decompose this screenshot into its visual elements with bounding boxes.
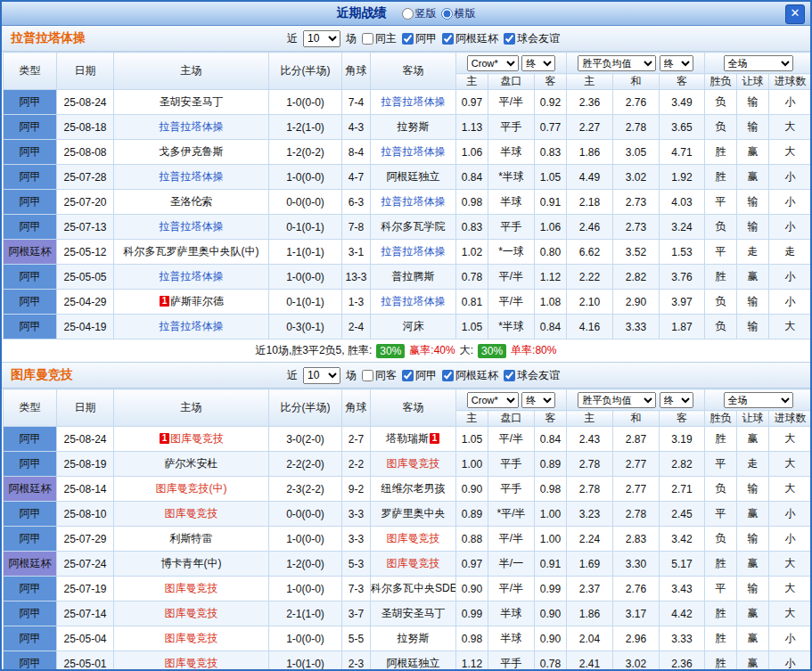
result-handicap-cell: 赢 bbox=[737, 626, 769, 651]
avg-draw-cell: 3.30 bbox=[613, 552, 660, 577]
league-cell: 阿甲 bbox=[4, 502, 57, 527]
odds-home-cell: 0.97 bbox=[456, 552, 488, 577]
same-venue-input[interactable] bbox=[362, 370, 373, 381]
home-team-name: 博卡青年(中) bbox=[161, 557, 222, 569]
league-filter-checkbox[interactable]: 阿甲 bbox=[402, 31, 437, 46]
home-team-name: 戈多伊克鲁斯 bbox=[160, 145, 224, 158]
avg-draw-cell: 3.02 bbox=[613, 165, 660, 190]
match-count-select[interactable]: 10 bbox=[303, 30, 340, 47]
league-filter-checkbox[interactable]: 阿根廷杯 bbox=[442, 368, 498, 383]
league-filter-input[interactable] bbox=[504, 370, 515, 381]
column-header: 日期 bbox=[57, 389, 114, 427]
result-handicap-cell: 输 bbox=[737, 215, 769, 240]
league-filter-input[interactable] bbox=[442, 370, 454, 381]
summary-record-text: 近10场,胜3平2负5, 胜率: bbox=[256, 343, 373, 358]
handicap-cell: 平/半 bbox=[488, 427, 535, 452]
result-handicap-cell: 走 bbox=[737, 240, 769, 265]
final-select[interactable]: 终 bbox=[521, 392, 555, 408]
avg-home-cell: 2.27 bbox=[567, 115, 613, 140]
corners-cell: 4-7 bbox=[342, 165, 371, 190]
same-venue-checkbox[interactable]: 同主 bbox=[362, 31, 397, 46]
horizontal-label: 横版 bbox=[455, 6, 476, 21]
away-team-name: 拉普拉塔体操 bbox=[381, 295, 446, 307]
filter-bar: 近10场同主阿甲阿根廷杯球会友谊 bbox=[287, 30, 560, 47]
horizontal-radio[interactable] bbox=[441, 8, 453, 20]
avg-odds-select[interactable]: 胜平负均值 bbox=[578, 55, 656, 71]
bookmaker-select[interactable]: Crow* bbox=[467, 55, 519, 71]
odds-home-cell: 0.97 bbox=[456, 90, 488, 115]
league-filter-checkbox[interactable]: 阿甲 bbox=[402, 368, 437, 383]
result-handicap-cell: 赢 bbox=[737, 502, 769, 527]
fullmatch-select[interactable]: 全场 bbox=[724, 55, 793, 71]
odds-home-cell: 0.90 bbox=[456, 477, 488, 502]
handicap-cell: 平/半 bbox=[488, 265, 535, 290]
layout-vertical-option[interactable]: 竖版 bbox=[402, 6, 437, 21]
home-team-name: 圣胡安圣马丁 bbox=[160, 95, 224, 108]
sub-column-header: 客 bbox=[660, 74, 705, 90]
final-select-2[interactable]: 终 bbox=[660, 55, 693, 71]
date-cell: 25-08-14 bbox=[57, 477, 114, 502]
match-row: 阿甲25-04-19拉普拉塔体操0-3(0-1)2-4河床1.05*半球0.84… bbox=[4, 315, 812, 340]
away-team-cell: 阿根廷独立 bbox=[371, 165, 456, 190]
corners-cell: 8-4 bbox=[342, 140, 371, 165]
fullmatch-select[interactable]: 全场 bbox=[724, 392, 793, 408]
home-team-cell: 拉普拉塔体操 bbox=[114, 165, 269, 190]
avg-home-cell: 3.23 bbox=[567, 502, 613, 527]
result-wdl-cell: 负 bbox=[705, 90, 737, 115]
avg-away-cell: 3.43 bbox=[660, 577, 705, 601]
league-filter-input[interactable] bbox=[504, 33, 515, 45]
result-goals-cell: 小 bbox=[769, 190, 812, 215]
vertical-radio[interactable] bbox=[402, 8, 414, 20]
match-count-select[interactable]: 10 bbox=[303, 367, 340, 384]
match-row: 阿甲25-08-10图库曼竞技0-0(0-0)3-3罗萨里奥中央0.89*平/半… bbox=[4, 502, 812, 527]
league-filter-label: 阿根廷杯 bbox=[455, 368, 498, 383]
league-filter-input[interactable] bbox=[402, 33, 414, 45]
red-card-icon: 1 bbox=[430, 433, 439, 444]
handicap-cell: 平/半 bbox=[488, 577, 535, 601]
final-select[interactable]: 终 bbox=[521, 55, 555, 71]
section-header: 图库曼竞技近10场同客阿甲阿根廷杯球会友谊 bbox=[2, 363, 810, 389]
result-goals-cell: 小 bbox=[769, 165, 812, 190]
avg-away-cell: 1.92 bbox=[660, 165, 705, 190]
avg-draw-cell: 2.96 bbox=[613, 626, 660, 651]
away-team-cell: 拉普拉塔体操 bbox=[371, 190, 456, 215]
home-team-name: 拉普拉塔体操 bbox=[160, 220, 224, 233]
sub-column-header: 客 bbox=[660, 411, 705, 427]
corners-cell: 2-2 bbox=[342, 452, 371, 477]
same-venue-input[interactable] bbox=[362, 33, 373, 45]
handicap-cell: 半球 bbox=[488, 601, 535, 626]
same-venue-checkbox[interactable]: 同客 bbox=[362, 368, 397, 383]
league-filter-checkbox[interactable]: 球会友谊 bbox=[504, 31, 560, 46]
avg-odds-select[interactable]: 胜平负均值 bbox=[578, 392, 656, 408]
avg-away-cell: 2.82 bbox=[660, 452, 705, 477]
date-cell: 25-07-28 bbox=[57, 165, 114, 190]
result-goals-cell: 小 bbox=[769, 502, 812, 527]
away-team-name: 科尔多瓦中央SDE bbox=[371, 582, 456, 594]
layout-horizontal-option[interactable]: 横版 bbox=[441, 6, 476, 21]
avg-away-cell: 3.65 bbox=[660, 115, 705, 140]
result-wdl-cell: 胜 bbox=[705, 427, 737, 452]
league-filter-checkbox[interactable]: 球会友谊 bbox=[504, 368, 560, 383]
result-wdl-cell: 胜 bbox=[705, 651, 737, 671]
result-wdl-cell: 胜 bbox=[705, 265, 737, 290]
big-rate-badge: 30% bbox=[478, 344, 506, 358]
avg-draw-cell: 2.73 bbox=[613, 190, 660, 215]
avg-away-cell: 2.71 bbox=[660, 477, 705, 502]
corners-cell: 5-3 bbox=[342, 552, 371, 577]
score-cell: 1-0(0-0) bbox=[269, 165, 342, 190]
league-filter-checkbox[interactable]: 阿根廷杯 bbox=[442, 31, 498, 46]
close-button[interactable]: ✕ bbox=[785, 4, 805, 24]
match-row: 阿甲25-07-28拉普拉塔体操1-0(0-0)4-7阿根廷独立0.84*半球1… bbox=[4, 165, 812, 190]
date-cell: 25-04-19 bbox=[57, 315, 114, 340]
league-filter-input[interactable] bbox=[442, 33, 454, 45]
league-filter-input[interactable] bbox=[402, 370, 414, 381]
avg-home-cell: 1.86 bbox=[567, 140, 613, 165]
bookmaker-select[interactable]: Crow* bbox=[467, 392, 519, 408]
near-label: 近 bbox=[287, 31, 298, 46]
handicap-cell: 半球 bbox=[488, 626, 535, 651]
score-cell: 1-0(0-0) bbox=[269, 265, 342, 290]
result-handicap-cell: 赢 bbox=[737, 601, 769, 626]
avg-draw-cell: 2.82 bbox=[613, 265, 660, 290]
near-label: 近 bbox=[287, 368, 298, 383]
final-select-2[interactable]: 终 bbox=[660, 392, 693, 408]
